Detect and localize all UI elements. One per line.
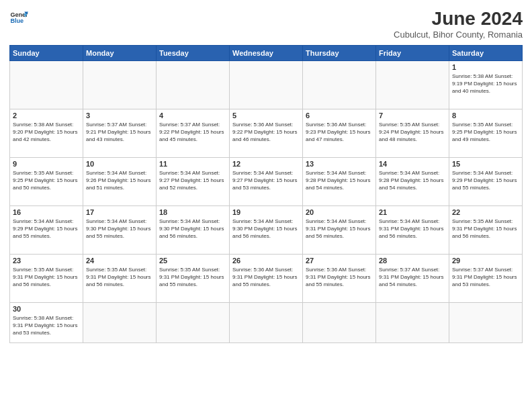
table-row [376,61,449,109]
day-number: 30 [13,305,80,313]
day-number: 18 [159,208,226,216]
day-number: 16 [13,208,80,216]
table-row: 23Sunrise: 5:35 AM Sunset: 9:31 PM Dayli… [10,255,83,303]
col-friday: Friday [376,46,449,61]
day-info: Sunrise: 5:37 AM Sunset: 9:21 PM Dayligh… [86,121,153,144]
col-monday: Monday [83,46,157,61]
day-info: Sunrise: 5:38 AM Sunset: 9:31 PM Dayligh… [13,314,80,337]
day-number: 28 [379,257,446,265]
table-row: 16Sunrise: 5:34 AM Sunset: 9:29 PM Dayli… [10,206,83,255]
day-info: Sunrise: 5:34 AM Sunset: 9:29 PM Dayligh… [452,169,519,192]
day-number: 8 [452,111,519,120]
table-row: 25Sunrise: 5:35 AM Sunset: 9:31 PM Dayli… [157,255,230,303]
table-row: 29Sunrise: 5:37 AM Sunset: 9:31 PM Dayli… [449,255,523,303]
table-row: 12Sunrise: 5:34 AM Sunset: 9:27 PM Dayli… [230,158,303,206]
page-subtitle: Cubulcut, Bihor County, Romania [394,30,523,40]
table-row: 7Sunrise: 5:35 AM Sunset: 9:24 PM Daylig… [376,109,449,158]
table-row: 6Sunrise: 5:36 AM Sunset: 9:23 PM Daylig… [303,109,376,158]
day-number: 13 [306,160,373,168]
day-info: Sunrise: 5:36 AM Sunset: 9:23 PM Dayligh… [306,121,373,144]
day-info: Sunrise: 5:34 AM Sunset: 9:30 PM Dayligh… [232,218,300,240]
day-number: 5 [232,111,300,120]
day-number: 11 [159,160,226,168]
day-info: Sunrise: 5:34 AM Sunset: 9:27 PM Dayligh… [159,169,226,192]
day-number: 26 [232,257,300,265]
table-row [230,61,303,109]
day-number: 7 [379,111,446,120]
table-row: 14Sunrise: 5:34 AM Sunset: 9:28 PM Dayli… [376,158,449,206]
day-info: Sunrise: 5:35 AM Sunset: 9:24 PM Dayligh… [379,121,446,144]
day-number: 15 [452,160,519,168]
day-number: 1 [452,63,519,71]
table-row: 10Sunrise: 5:34 AM Sunset: 9:26 PM Dayli… [83,158,157,206]
table-row: 28Sunrise: 5:37 AM Sunset: 9:31 PM Dayli… [376,255,449,303]
day-info: Sunrise: 5:37 AM Sunset: 9:31 PM Dayligh… [452,266,519,289]
day-info: Sunrise: 5:36 AM Sunset: 9:22 PM Dayligh… [232,121,300,144]
table-row: 20Sunrise: 5:34 AM Sunset: 9:31 PM Dayli… [303,206,376,255]
day-info: Sunrise: 5:35 AM Sunset: 9:31 PM Dayligh… [86,266,153,289]
day-info: Sunrise: 5:34 AM Sunset: 9:31 PM Dayligh… [379,218,446,240]
title-section: June 2024 Cubulcut, Bihor County, Romani… [394,8,523,40]
table-row: 18Sunrise: 5:34 AM Sunset: 9:30 PM Dayli… [157,206,230,255]
day-info: Sunrise: 5:38 AM Sunset: 9:20 PM Dayligh… [13,121,80,144]
table-row [83,303,157,343]
day-info: Sunrise: 5:34 AM Sunset: 9:26 PM Dayligh… [86,169,153,192]
day-info: Sunrise: 5:35 AM Sunset: 9:31 PM Dayligh… [13,266,80,289]
day-info: Sunrise: 5:35 AM Sunset: 9:31 PM Dayligh… [452,218,519,240]
day-number: 24 [86,257,153,265]
table-row: 2Sunrise: 5:38 AM Sunset: 9:20 PM Daylig… [10,109,83,158]
day-number: 29 [452,257,519,265]
day-info: Sunrise: 5:34 AM Sunset: 9:29 PM Dayligh… [13,218,80,240]
day-number: 6 [306,111,373,120]
table-row [157,303,230,343]
day-info: Sunrise: 5:38 AM Sunset: 9:19 PM Dayligh… [452,73,519,95]
col-sunday: Sunday [10,46,83,61]
day-number: 19 [232,208,300,216]
day-info: Sunrise: 5:36 AM Sunset: 9:31 PM Dayligh… [306,266,373,289]
day-number: 3 [86,111,153,120]
header: General Blue June 2024 Cubulcut, Bihor C… [9,8,523,40]
calendar-header-row: Sunday Monday Tuesday Wednesday Thursday… [10,46,523,61]
day-number: 23 [13,257,80,265]
table-row [303,303,376,343]
table-row: 21Sunrise: 5:34 AM Sunset: 9:31 PM Dayli… [376,206,449,255]
table-row: 27Sunrise: 5:36 AM Sunset: 9:31 PM Dayli… [303,255,376,303]
day-info: Sunrise: 5:37 AM Sunset: 9:31 PM Dayligh… [379,266,446,289]
table-row [303,61,376,109]
table-row: 26Sunrise: 5:36 AM Sunset: 9:31 PM Dayli… [230,255,303,303]
day-number: 17 [86,208,153,216]
col-wednesday: Wednesday [230,46,303,61]
table-row: 3Sunrise: 5:37 AM Sunset: 9:21 PM Daylig… [83,109,157,158]
day-number: 4 [159,111,226,120]
col-tuesday: Tuesday [157,46,230,61]
day-number: 10 [86,160,153,168]
day-number: 21 [379,208,446,216]
table-row: 24Sunrise: 5:35 AM Sunset: 9:31 PM Dayli… [83,255,157,303]
day-info: Sunrise: 5:34 AM Sunset: 9:28 PM Dayligh… [379,169,446,192]
day-number: 14 [379,160,446,168]
page-title: June 2024 [394,8,523,30]
day-number: 20 [306,208,373,216]
table-row [157,61,230,109]
day-info: Sunrise: 5:35 AM Sunset: 9:25 PM Dayligh… [13,169,80,192]
day-number: 25 [159,257,226,265]
svg-text:Blue: Blue [10,17,24,24]
day-info: Sunrise: 5:34 AM Sunset: 9:28 PM Dayligh… [306,169,373,192]
day-number: 22 [452,208,519,216]
day-number: 12 [232,160,300,168]
day-info: Sunrise: 5:34 AM Sunset: 9:31 PM Dayligh… [306,218,373,240]
table-row: 5Sunrise: 5:36 AM Sunset: 9:22 PM Daylig… [230,109,303,158]
day-number: 27 [306,257,373,265]
table-row: 9Sunrise: 5:35 AM Sunset: 9:25 PM Daylig… [10,158,83,206]
table-row: 22Sunrise: 5:35 AM Sunset: 9:31 PM Dayli… [449,206,523,255]
day-info: Sunrise: 5:35 AM Sunset: 9:25 PM Dayligh… [452,121,519,144]
logo-icon: General Blue [9,8,28,27]
table-row: 11Sunrise: 5:34 AM Sunset: 9:27 PM Dayli… [157,158,230,206]
table-row: 8Sunrise: 5:35 AM Sunset: 9:25 PM Daylig… [449,109,523,158]
day-info: Sunrise: 5:34 AM Sunset: 9:27 PM Dayligh… [232,169,300,192]
day-info: Sunrise: 5:36 AM Sunset: 9:31 PM Dayligh… [232,266,300,289]
table-row: 1Sunrise: 5:38 AM Sunset: 9:19 PM Daylig… [449,61,523,109]
table-row [10,61,83,109]
day-number: 2 [13,111,80,120]
table-row: 19Sunrise: 5:34 AM Sunset: 9:30 PM Dayli… [230,206,303,255]
